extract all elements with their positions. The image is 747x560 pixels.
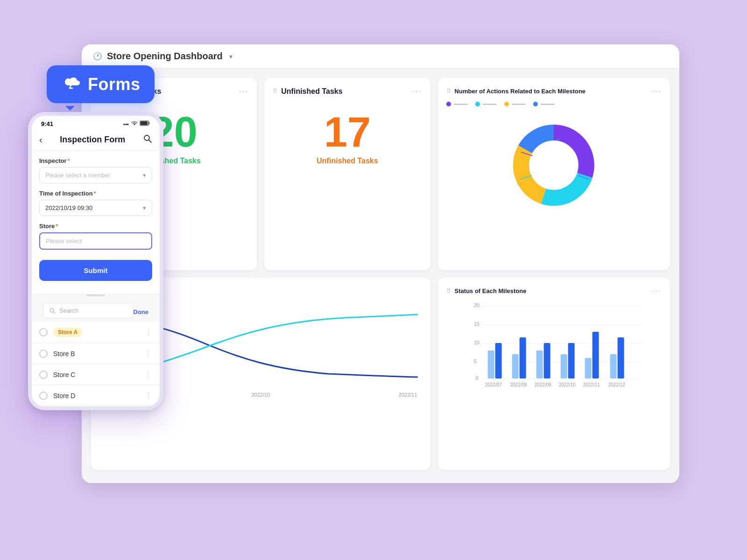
bar-chart-title: Status of Each Milestone xyxy=(455,287,527,294)
time-display: 9:41 xyxy=(41,120,53,127)
submit-button[interactable]: Submit xyxy=(39,260,152,281)
scroll-indicator xyxy=(86,294,105,296)
drag-icon-4: ⠿ xyxy=(446,287,451,294)
svg-point-43 xyxy=(50,308,54,312)
store-c-menu[interactable]: ⋮ xyxy=(145,370,152,379)
dropdown-arrow-icon[interactable]: ▾ xyxy=(229,53,233,60)
svg-text:2022/07: 2022/07 xyxy=(485,382,502,387)
select-arrow-icon: ▾ xyxy=(143,172,146,179)
unfinished-tasks-menu[interactable]: ··· xyxy=(412,86,422,96)
store-c-name: Store C xyxy=(53,371,75,378)
search-placeholder: Search xyxy=(59,307,127,314)
required-star-time: * xyxy=(94,190,96,197)
svg-rect-40 xyxy=(141,121,148,125)
dropdown-header-row: Search Done xyxy=(32,298,160,322)
time-arrow-icon: ▾ xyxy=(143,204,146,211)
legend-purple xyxy=(446,102,468,106)
svg-rect-22 xyxy=(495,343,501,378)
status-bar: 9:41 ▪▪▪ xyxy=(32,116,160,130)
radio-b[interactable] xyxy=(39,350,48,358)
svg-rect-21 xyxy=(487,350,494,378)
svg-rect-28 xyxy=(568,343,574,378)
svg-text:2022/12: 2022/12 xyxy=(608,382,625,387)
svg-rect-30 xyxy=(592,332,599,378)
store-a-badge: Store A xyxy=(53,328,82,337)
svg-text:15: 15 xyxy=(473,321,479,327)
dashboard-title: Store Opening Dashboard xyxy=(107,51,223,62)
x-label-nov: 2022/11 xyxy=(399,392,417,398)
required-star-store: * xyxy=(56,223,58,230)
legend-blue xyxy=(533,102,555,106)
time-field: Time of Inspection* 2022/10/19 09:30 ▾ xyxy=(39,190,152,216)
signal-icon: ▪▪▪ xyxy=(123,121,129,127)
store-b-name: Store B xyxy=(53,350,75,357)
store-label: Store* xyxy=(39,223,152,230)
donut-chart-card: ⠿ Number of Actions Related to Each Mile… xyxy=(438,78,670,270)
donut-chart-title: Number of Actions Related to Each Milest… xyxy=(455,88,586,95)
svg-point-41 xyxy=(144,135,149,140)
wifi-icon xyxy=(131,120,138,127)
store-item-d[interactable]: Store D ⋮ xyxy=(32,385,160,406)
svg-rect-31 xyxy=(610,354,616,378)
svg-text:20: 20 xyxy=(473,302,479,308)
svg-text:2022/09: 2022/09 xyxy=(534,382,551,387)
drag-icon-2: ⠿ xyxy=(273,88,277,95)
radio-a[interactable] xyxy=(39,328,48,336)
svg-text:0: 0 xyxy=(475,375,478,381)
inspector-select[interactable]: Please select a member ▾ xyxy=(39,167,152,183)
bar-chart-card: ⠿ Status of Each Milestone ··· 20 15 10 … xyxy=(438,278,670,470)
svg-rect-26 xyxy=(543,343,550,378)
x-label-oct: 2022/10 xyxy=(251,392,270,398)
required-star-inspector: * xyxy=(68,157,70,164)
store-item-b[interactable]: Store B ⋮ xyxy=(32,343,160,364)
svg-text:5: 5 xyxy=(473,358,476,364)
phone-frame: 9:41 ▪▪▪ ‹ Inspection Form xyxy=(28,112,163,410)
store-a-menu[interactable]: ⋮ xyxy=(145,328,152,337)
svg-line-44 xyxy=(53,312,55,314)
inspector-label: Inspector* xyxy=(39,157,152,164)
bar-chart-visual: 20 15 10 5 0 xyxy=(446,301,662,397)
finished-tasks-menu[interactable]: ··· xyxy=(239,86,248,96)
svg-line-42 xyxy=(149,140,151,142)
svg-rect-27 xyxy=(560,354,567,378)
svg-text:2022/11: 2022/11 xyxy=(583,382,600,387)
time-value: 2022/10/19 09:30 xyxy=(45,204,92,211)
store-b-menu[interactable]: ⋮ xyxy=(145,349,152,358)
radio-d[interactable] xyxy=(39,392,48,400)
radio-c[interactable] xyxy=(39,371,48,379)
back-button[interactable]: ‹ xyxy=(39,134,42,145)
dropdown-panel: Search Done Store A ⋮ Store B ⋮ Store C … xyxy=(32,294,160,406)
donut-chart-menu[interactable]: ··· xyxy=(652,86,662,96)
cloud-icon xyxy=(61,74,81,95)
forms-label: Forms xyxy=(88,75,141,94)
store-d-menu[interactable]: ⋮ xyxy=(145,391,152,400)
unfinished-tasks-subtitle: Unfinished Tasks xyxy=(317,157,378,165)
time-label: Time of Inspection* xyxy=(39,190,152,197)
search-button[interactable] xyxy=(143,134,152,146)
done-button[interactable]: Done xyxy=(134,305,155,315)
drag-icon-3: ⠿ xyxy=(446,88,451,95)
unfinished-tasks-card: ⠿ Unfinished Tasks ··· 17 Unfinished Tas… xyxy=(264,78,430,270)
svg-text:10: 10 xyxy=(473,340,479,345)
svg-rect-23 xyxy=(512,354,518,378)
legend-yellow xyxy=(504,102,526,106)
time-select[interactable]: 2022/10/19 09:30 ▾ xyxy=(39,200,152,216)
svg-text:2022/10: 2022/10 xyxy=(558,382,576,387)
svg-rect-25 xyxy=(536,350,543,378)
clock-icon: 🕐 xyxy=(93,52,102,61)
form-content: Inspector* Please select a member ▾ Time… xyxy=(32,151,160,294)
inspector-placeholder: Please select a member xyxy=(45,172,110,179)
phone-wrapper: 9:41 ▪▪▪ ‹ Inspection Form xyxy=(28,112,163,410)
status-icons: ▪▪▪ xyxy=(123,120,150,127)
phone-nav: ‹ Inspection Form xyxy=(32,130,160,151)
bar-chart-menu[interactable]: ··· xyxy=(652,286,662,296)
store-field: Store* Please select xyxy=(39,223,152,250)
dashboard-header: 🕐 Store Opening Dashboard ▾ xyxy=(82,44,679,69)
form-title: Inspection Form xyxy=(60,135,125,145)
store-input[interactable]: Please select xyxy=(39,232,152,250)
svg-rect-29 xyxy=(585,358,591,378)
search-bar[interactable]: Search xyxy=(43,303,134,318)
store-item-c[interactable]: Store C ⋮ xyxy=(32,364,160,385)
forms-bubble: Forms xyxy=(47,65,155,103)
store-item-a[interactable]: Store A ⋮ xyxy=(32,322,160,343)
